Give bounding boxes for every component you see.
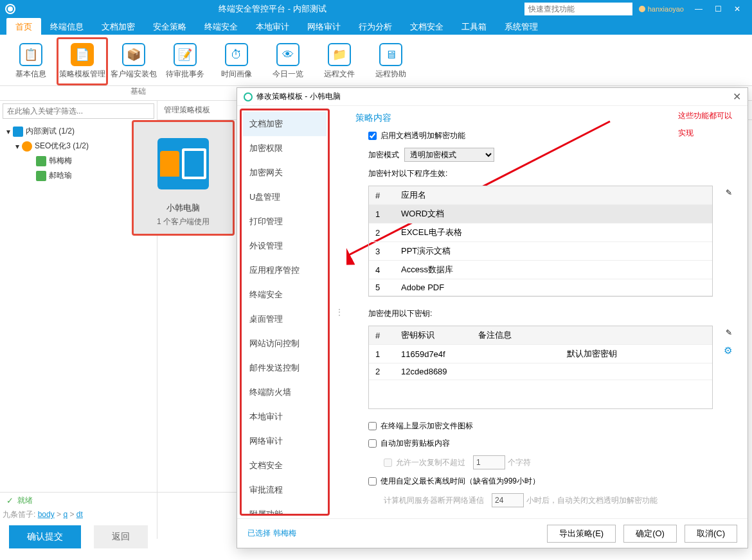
- cat-usb[interactable]: U盘管理: [243, 185, 327, 209]
- template-card-icon: [157, 138, 209, 189]
- menu-terminal-security[interactable]: 终端安全: [195, 18, 247, 35]
- tree-pc-1[interactable]: 韩梅梅: [4, 153, 153, 168]
- ribbon-basic-info[interactable]: 📋基本信息: [5, 37, 57, 85]
- ribbon-remote-file[interactable]: 📁远程文件: [314, 37, 365, 85]
- menu-terminal-info[interactable]: 终端信息: [41, 18, 93, 35]
- breadcrumb-link[interactable]: dt: [76, 510, 83, 519]
- table-row[interactable]: 212cded8689: [369, 363, 712, 380]
- tree-group[interactable]: ▾SEO优化3 (1/2): [4, 139, 153, 153]
- table-row[interactable]: 4Access数据库: [369, 261, 712, 279]
- menu-doc-encrypt[interactable]: 文档加密: [93, 18, 144, 35]
- cat-terminal-security[interactable]: 终端安全: [243, 283, 327, 307]
- keys-label: 加密使用以下密钥:: [368, 308, 432, 319]
- apps-table: #应用名 1WORD文档 2EXCEL电子表格 3PPT演示文稿 4Access…: [368, 186, 713, 297]
- edit-keys-icon[interactable]: ✎: [726, 328, 732, 337]
- menu-behavior[interactable]: 行为分析: [350, 18, 401, 35]
- breadcrumb-link[interactable]: q: [63, 510, 67, 519]
- edit-policy-dialog: 修改策略模板 - 小韩电脑 ✕ 文档加密 加密权限 加密网关 U盘管理 打印管理…: [237, 87, 748, 548]
- menu-security-policy[interactable]: 安全策略: [144, 18, 195, 35]
- menu-network-audit[interactable]: 网络审计: [298, 18, 350, 35]
- mode-select[interactable]: 透明加密模式: [404, 148, 494, 162]
- ok-button[interactable]: 确定(O): [623, 525, 677, 543]
- ribbon-today-overview[interactable]: 👁今日一览: [262, 37, 314, 85]
- tree-filter-input[interactable]: [3, 103, 154, 119]
- selected-label: 已选择: [247, 528, 271, 539]
- cat-approval[interactable]: 审批流程: [243, 478, 327, 502]
- menu-toolbox[interactable]: 工具箱: [452, 18, 496, 35]
- status-bar: 就绪: [0, 492, 238, 509]
- export-policy-button[interactable]: 导出策略(E): [547, 525, 616, 543]
- ribbon-group-label: 基础: [0, 86, 276, 97]
- cb-show-icon[interactable]: [368, 422, 377, 430]
- cb-enable-label: 启用文档透明加解密功能: [380, 130, 465, 141]
- cb-copy-limit: [384, 459, 392, 467]
- breadcrumb-link[interactable]: body: [38, 510, 55, 519]
- ribbon-time-portrait[interactable]: ⏱时间画像: [211, 37, 262, 85]
- table-row[interactable]: 5Adobe PDF: [369, 279, 712, 296]
- ribbon-policy-template[interactable]: 📄策略模板管理: [57, 37, 108, 85]
- minimize-icon[interactable]: —: [689, 4, 708, 13]
- cat-network-audit[interactable]: 网络审计: [243, 429, 327, 453]
- gear-icon[interactable]: ⚙: [724, 345, 732, 356]
- ribbon-pending-approval[interactable]: 📝待审批事务: [159, 37, 211, 85]
- dialog-splitter[interactable]: ⋮: [332, 106, 346, 518]
- template-card-name: 小韩电脑: [166, 202, 200, 214]
- cb-offline[interactable]: [368, 477, 377, 486]
- template-card[interactable]: 小韩电脑 1 个客户端使用: [132, 120, 235, 236]
- dialog-title: 修改策略模板 - 小韩电脑: [256, 91, 341, 102]
- cat-desktop[interactable]: 桌面管理: [243, 307, 327, 331]
- cat-peripheral[interactable]: 外设管理: [243, 234, 327, 258]
- cat-encrypt-gateway[interactable]: 加密网关: [243, 161, 327, 185]
- cat-doc-encrypt[interactable]: 文档加密: [243, 112, 327, 136]
- back-button[interactable]: 返回: [94, 525, 148, 548]
- cat-encrypt-perm[interactable]: 加密权限: [243, 136, 327, 161]
- menu-doc-safety[interactable]: 文档安全: [401, 18, 452, 35]
- cat-website[interactable]: 网站访问控制: [243, 331, 327, 356]
- cat-local-audit[interactable]: 本地审计: [243, 405, 327, 429]
- selected-name: 韩梅梅: [273, 528, 296, 539]
- app-title: 终端安全管控平台 - 内部测试: [21, 3, 524, 15]
- ribbon: 📋基本信息 📄策略模板管理 📦客户端安装包 📝待审批事务 ⏱时间画像 👁今日一览…: [0, 35, 752, 86]
- table-row[interactable]: 3PPT演示文稿: [369, 242, 712, 261]
- edit-apps-icon[interactable]: ✎: [726, 188, 732, 197]
- dialog-logo-icon: [244, 92, 253, 101]
- category-list: 文档加密 加密权限 加密网关 U盘管理 打印管理 外设管理 应用程序管控 终端安…: [240, 109, 330, 516]
- annotation-text: 这些功能都可以实现: [678, 106, 732, 141]
- policy-content: 这些功能都可以实现 策略内容 启用文档透明加解密功能 加密模式 透明加密模式 加…: [346, 106, 748, 518]
- menu-system[interactable]: 系统管理: [496, 18, 547, 35]
- title-bar: 终端安全管控平台 - 内部测试 hanxiaoyao — ☐ ✕: [0, 0, 752, 18]
- template-card-sub: 1 个客户端使用: [157, 216, 210, 227]
- cancel-button[interactable]: 取消(C): [685, 525, 737, 543]
- maximize-icon[interactable]: ☐: [708, 4, 728, 13]
- cat-affiliate[interactable]: 附属功能: [243, 502, 327, 516]
- cat-app-control[interactable]: 应用程序管控: [243, 258, 327, 283]
- cat-doc-safety[interactable]: 文档安全: [243, 453, 327, 478]
- confirm-submit-button[interactable]: 确认提交: [9, 525, 81, 548]
- table-row[interactable]: 1WORD文档: [369, 205, 712, 223]
- offline-hours-input: [492, 493, 524, 507]
- cb-auto-clip[interactable]: [368, 439, 377, 448]
- apps-label: 加密针对以下程序生效:: [368, 168, 447, 179]
- tree-root[interactable]: ▾内部测试 (1/2): [4, 124, 153, 139]
- cb-enable-encrypt[interactable]: [368, 132, 377, 140]
- copy-limit-input: [473, 455, 505, 469]
- ribbon-remote-assist[interactable]: 🖥远程协助: [365, 37, 416, 85]
- keys-table: #密钥标识备注信息 111659d7e4f默认加密密钥 212cded8689: [368, 326, 713, 409]
- breadcrumb: 九条笛子: body > q > dt: [3, 509, 83, 520]
- app-logo-icon: [5, 4, 15, 14]
- menu-local-audit[interactable]: 本地审计: [247, 18, 298, 35]
- table-row[interactable]: 2EXCEL电子表格: [369, 223, 712, 242]
- mode-label: 加密模式: [368, 150, 399, 161]
- close-icon[interactable]: ✕: [728, 4, 747, 13]
- ribbon-client-package[interactable]: 📦客户端安装包: [108, 37, 159, 85]
- menu-home[interactable]: 首页: [6, 18, 41, 35]
- user-label[interactable]: hanxiaoyao: [639, 5, 684, 13]
- cat-firewall[interactable]: 终端防火墙: [243, 380, 327, 405]
- cat-print[interactable]: 打印管理: [243, 209, 327, 234]
- table-row[interactable]: 111659d7e4f默认加密密钥: [369, 345, 712, 363]
- dialog-close-icon[interactable]: ✕: [733, 91, 741, 103]
- tree-pc-2[interactable]: 郝晗瑜: [4, 168, 153, 183]
- cat-mail[interactable]: 邮件发送控制: [243, 356, 327, 380]
- global-search-input[interactable]: [524, 3, 632, 15]
- top-menu: 首页 终端信息 文档加密 安全策略 终端安全 本地审计 网络审计 行为分析 文档…: [0, 18, 752, 35]
